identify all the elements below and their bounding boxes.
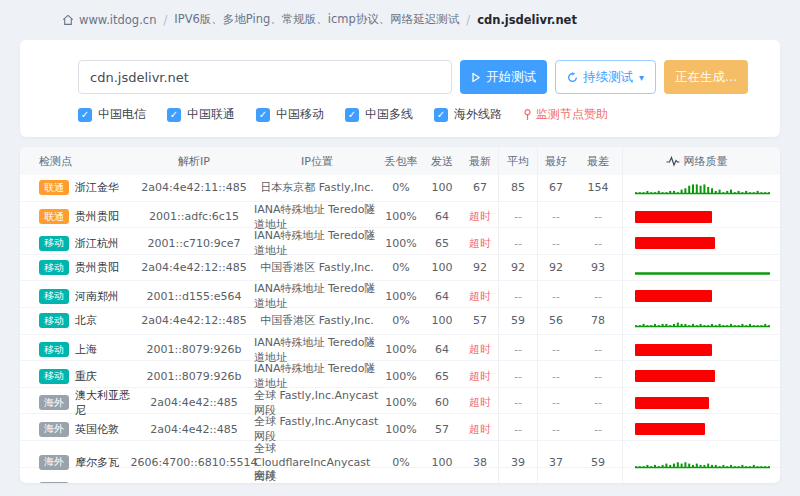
packet-loss-cell: 100% <box>380 414 422 444</box>
resolved-ip-cell: 2a04:4e42:12::485 <box>134 308 254 334</box>
ip-location-cell: 全球 CloudflareIncAnycast网段 <box>254 468 380 483</box>
continuous-test-button[interactable]: 持续测试 ▾ <box>555 60 656 94</box>
filter-china-multiline[interactable]: ✓ 中国多线 <box>345 106 413 123</box>
latest-cell: 超时 <box>462 335 498 365</box>
timeout-bar <box>635 211 712 223</box>
quality-cell <box>622 202 770 232</box>
sent-cell: 58 <box>422 468 462 483</box>
latest-cell: 超时 <box>462 202 498 232</box>
packet-loss-cell: 0% <box>380 255 422 281</box>
ip-location-cell: IANA特殊地址 Teredo隧道地址 <box>254 361 380 391</box>
col-header-ip-location: IP位置 <box>254 147 380 175</box>
sent-cell: 100 <box>422 255 462 281</box>
node-cell: 移动 北京 <box>30 308 134 334</box>
best-cell: -- <box>538 228 574 258</box>
packet-loss-cell: 100% <box>380 468 422 483</box>
worst-cell: -- <box>574 468 622 483</box>
packet-loss-cell: 100% <box>380 361 422 391</box>
average-cell: 59 <box>498 308 538 334</box>
quality-cell <box>622 228 770 258</box>
node-name: 浙江杭州 <box>75 236 119 251</box>
average-cell: -- <box>498 414 538 444</box>
timeout-bar <box>635 237 715 249</box>
table-row: 移动 北京 2a04:4e42:12::485 中国香港区 Fastly,Inc… <box>20 307 780 334</box>
sponsor-label: 监测节点赞助 <box>536 106 608 123</box>
col-header-average: 平均 <box>498 147 538 175</box>
node-cell: 海外 立陶宛 <box>30 468 134 483</box>
node-cell: 移动 重庆 <box>30 361 134 391</box>
node-cell: 联通 浙江金华 <box>30 175 134 201</box>
ip-location-cell: 中国香港区 Fastly,Inc. <box>254 255 380 281</box>
average-cell: -- <box>498 361 538 391</box>
resolved-ip-cell: 2a04:4e42::485 <box>134 414 254 444</box>
worst-cell: 78 <box>574 308 622 334</box>
col-header-latest: 最新 <box>462 147 498 175</box>
quality-cell <box>622 281 770 311</box>
worst-cell: -- <box>574 202 622 232</box>
packet-loss-cell: 0% <box>380 308 422 334</box>
node-cell: 移动 浙江杭州 <box>30 228 134 258</box>
table-row: 移动 重庆 2001::8079:926b IANA特殊地址 Teredo隧道地… <box>20 360 780 387</box>
average-cell: 85 <box>498 175 538 201</box>
node-name: 贵州贵阳 <box>75 260 119 275</box>
test-control-card: 开始测试 持续测试 ▾ 正在生成... ✓ 中国电信 ✓ 中国联通 ✓ 中国移动… <box>20 40 780 137</box>
sent-cell: 64 <box>422 335 462 365</box>
packet-loss-cell: 100% <box>380 335 422 365</box>
node-name: 重庆 <box>75 369 97 384</box>
ip-location-cell: 日本东京都 Fastly,Inc. <box>254 175 380 201</box>
carrier-badge: 移动 <box>39 236 69 251</box>
col-header-network-quality: 网络质量 <box>622 147 770 175</box>
average-cell: -- <box>498 228 538 258</box>
sponsor-link[interactable]: 监测节点赞助 <box>523 106 608 123</box>
generating-button[interactable]: 正在生成... <box>664 60 748 94</box>
results-table: 检测点 解析IP IP位置 丢包率 发送 最新 平均 最好 最差 网络质量 联通… <box>20 147 780 483</box>
resolved-ip-cell: 2001::c710:9ce7 <box>134 228 254 258</box>
quality-cell <box>622 255 770 281</box>
breadcrumb-separator: / <box>163 13 167 27</box>
best-cell: 92 <box>538 255 574 281</box>
packet-loss-cell: 100% <box>380 202 422 232</box>
col-header-best: 最好 <box>538 147 574 175</box>
average-cell: -- <box>498 335 538 365</box>
filter-china-unicom[interactable]: ✓ 中国联通 <box>167 106 235 123</box>
worst-cell: -- <box>574 388 622 418</box>
col-header-resolved-ip: 解析IP <box>134 147 254 175</box>
latest-cell: 超时 <box>462 414 498 444</box>
home-icon <box>62 14 74 26</box>
breadcrumb-section[interactable]: IPV6版、多地Ping、常规版、icmp协议、网络延迟测试 <box>174 12 459 27</box>
resolved-ip-cell: 2001::8079:926b <box>134 335 254 365</box>
filter-label: 中国联通 <box>187 106 235 123</box>
latest-cell: 超时 <box>462 361 498 391</box>
col-header-sent: 发送 <box>422 147 462 175</box>
breadcrumb-current: cdn.jsdelivr.net <box>477 13 577 27</box>
start-test-button[interactable]: 开始测试 <box>460 60 547 94</box>
sent-cell: 57 <box>422 414 462 444</box>
breadcrumb-home[interactable]: www.itdog.cn <box>79 13 156 27</box>
table-row: 移动 浙江杭州 2001::c710:9ce7 IANA特殊地址 Teredo隧… <box>20 227 780 254</box>
table-row: 联通 浙江金华 2a04:4e42:11::485 日本东京都 Fastly,I… <box>20 175 780 201</box>
continuous-test-label: 持续测试 <box>583 69 633 86</box>
resolved-ip-cell: 2a04:4e42:12::485 <box>134 255 254 281</box>
carrier-badge: 海外 <box>39 422 69 437</box>
worst-cell: -- <box>574 361 622 391</box>
worst-cell: -- <box>574 335 622 365</box>
col-header-worst: 最差 <box>574 147 622 175</box>
sent-cell: 65 <box>422 361 462 391</box>
average-cell: 92 <box>498 255 538 281</box>
filter-china-mobile[interactable]: ✓ 中国移动 <box>256 106 324 123</box>
average-cell: -- <box>498 468 538 483</box>
filter-china-telecom[interactable]: ✓ 中国电信 <box>78 106 146 123</box>
latency-sparkline <box>635 313 770 329</box>
filter-overseas[interactable]: ✓ 海外线路 <box>434 106 502 123</box>
quality-cell <box>622 175 770 201</box>
carrier-badge: 移动 <box>39 289 69 304</box>
average-cell: -- <box>498 281 538 311</box>
quality-cell <box>622 414 770 444</box>
latency-sparkline <box>635 180 770 196</box>
generating-label: 正在生成... <box>675 69 737 86</box>
best-cell: -- <box>538 414 574 444</box>
filter-label: 中国电信 <box>98 106 146 123</box>
host-input[interactable] <box>78 60 452 94</box>
table-row: 移动 贵州贵阳 2a04:4e42:12::485 中国香港区 Fastly,I… <box>20 254 780 281</box>
pin-icon <box>523 109 532 121</box>
